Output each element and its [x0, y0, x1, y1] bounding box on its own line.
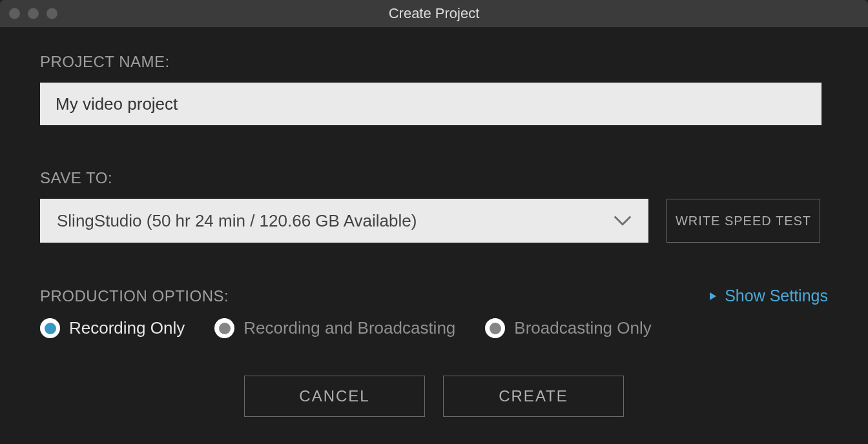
footer-buttons: CANCEL CREATE — [40, 376, 828, 417]
radio-icon — [214, 318, 234, 338]
cancel-label: CANCEL — [299, 387, 369, 405]
maximize-window-icon[interactable] — [46, 8, 57, 19]
write-speed-test-button[interactable]: WRITE SPEED TEST — [666, 199, 820, 243]
radio-icon — [485, 318, 505, 338]
titlebar: Create Project — [0, 0, 868, 27]
radio-recording-only[interactable]: Recording Only — [40, 318, 185, 338]
radio-icon — [40, 318, 60, 338]
write-speed-test-label: WRITE SPEED TEST — [676, 214, 811, 228]
create-project-window: Create Project PROJECT NAME: SAVE TO: Sl… — [0, 0, 868, 444]
show-settings-toggle[interactable]: Show Settings — [708, 287, 828, 305]
cancel-button[interactable]: CANCEL — [244, 376, 425, 417]
production-options-group: Recording Only Recording and Broadcastin… — [40, 318, 828, 338]
save-to-dropdown[interactable]: SlingStudio (50 hr 24 min / 120.66 GB Av… — [40, 199, 648, 243]
save-to-label: SAVE TO: — [40, 169, 828, 187]
close-window-icon[interactable] — [9, 8, 20, 19]
create-button[interactable]: CREATE — [443, 376, 624, 417]
minimize-window-icon[interactable] — [28, 8, 39, 19]
radio-label: Broadcasting Only — [514, 318, 651, 338]
chevron-down-icon — [611, 209, 634, 232]
radio-label: Recording Only — [69, 318, 185, 338]
radio-recording-and-broadcasting[interactable]: Recording and Broadcasting — [214, 318, 455, 338]
project-name-input[interactable] — [40, 83, 822, 125]
svg-marker-0 — [710, 292, 716, 300]
show-settings-label: Show Settings — [725, 287, 828, 305]
production-options-label: PRODUCTION OPTIONS: — [40, 287, 229, 305]
window-title: Create Project — [389, 5, 480, 22]
radio-label: Recording and Broadcasting — [243, 318, 455, 338]
create-label: CREATE — [499, 387, 568, 405]
triangle-right-icon — [708, 287, 718, 305]
project-name-label: PROJECT NAME: — [40, 53, 828, 71]
save-to-selected: SlingStudio (50 hr 24 min / 120.66 GB Av… — [57, 211, 417, 231]
window-controls — [9, 8, 57, 19]
radio-broadcasting-only[interactable]: Broadcasting Only — [485, 318, 651, 338]
